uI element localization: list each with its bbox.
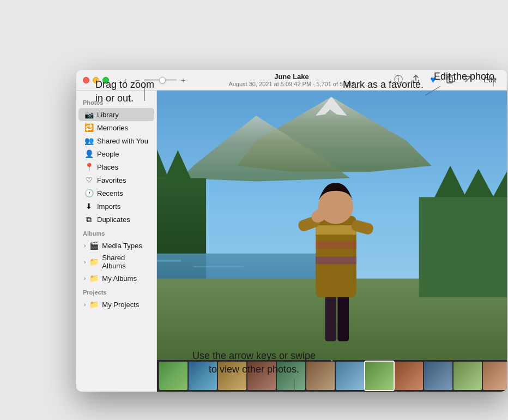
sidebar-label-my-albums: My Albums bbox=[102, 274, 137, 283]
svg-rect-16 bbox=[193, 266, 244, 267]
sidebar-item-my-albums[interactable]: › 📁 My Albums bbox=[78, 272, 154, 285]
sidebar-item-favorites[interactable]: ♡ Favorites bbox=[78, 173, 154, 187]
people-icon: 👤 bbox=[84, 149, 94, 159]
recents-icon: 🕐 bbox=[84, 188, 94, 198]
annotation-arrow-keys: Use the arrow keys or swipe to view othe… bbox=[167, 349, 341, 376]
photo-title: June Lake bbox=[228, 73, 354, 81]
sidebar-item-my-projects[interactable]: › 📁 My Projects bbox=[78, 298, 154, 311]
my-albums-icon: 📁 bbox=[89, 273, 99, 283]
svg-rect-25 bbox=[316, 225, 356, 235]
sidebar-item-library[interactable]: 📷 Library bbox=[78, 108, 154, 121]
annotation-drag-zoom: Drag to zoom in or out. bbox=[95, 78, 154, 105]
library-icon: 📷 bbox=[84, 110, 94, 119]
sidebar-label-favorites: Favorites bbox=[97, 176, 126, 184]
sidebar: Photos 📷 Library 🔁 Memories 👥 Shared wit… bbox=[76, 91, 157, 392]
sidebar-item-duplicates[interactable]: ⧉ Duplicates bbox=[78, 213, 154, 226]
zoom-slider-thumb[interactable] bbox=[159, 77, 166, 83]
sidebar-item-recents[interactable]: 🕐 Recents bbox=[78, 187, 154, 200]
svg-rect-21 bbox=[419, 197, 507, 297]
sidebar-item-people[interactable]: 👤 People bbox=[78, 147, 154, 160]
svg-rect-22 bbox=[325, 291, 336, 341]
chevron-my-projects-icon: › bbox=[84, 302, 86, 308]
svg-rect-15 bbox=[157, 260, 181, 261]
chevron-shared-albums-icon: › bbox=[84, 259, 86, 265]
filmstrip-thumb-9[interactable] bbox=[395, 362, 423, 390]
main-photo[interactable] bbox=[157, 91, 507, 360]
favorites-icon: ♡ bbox=[84, 175, 94, 185]
sidebar-label-duplicates: Duplicates bbox=[97, 215, 130, 224]
sidebar-label-shared: Shared with You bbox=[97, 137, 148, 145]
shared-albums-icon: 📁 bbox=[89, 257, 99, 267]
title-area: June Lake August 30, 2021 at 5:09:42 PM … bbox=[228, 73, 354, 87]
imports-icon: ⬇ bbox=[84, 201, 94, 211]
sidebar-label-library: Library bbox=[97, 111, 119, 119]
places-icon: 📍 bbox=[84, 162, 94, 172]
annotation-arrow-keys-text: Use the arrow keys or swipe to view othe… bbox=[192, 350, 316, 375]
sidebar-label-recents: Recents bbox=[97, 189, 123, 197]
svg-rect-28 bbox=[316, 272, 356, 280]
close-button[interactable] bbox=[83, 77, 89, 83]
filmstrip-thumb-12[interactable] bbox=[483, 362, 507, 390]
sidebar-label-my-projects: My Projects bbox=[102, 301, 139, 309]
annotation-edit-photo: Edit the photo. bbox=[434, 70, 497, 83]
filmstrip-thumb-11[interactable] bbox=[453, 362, 482, 390]
chevron-my-albums-icon: › bbox=[84, 275, 86, 281]
sidebar-label-imports: Imports bbox=[97, 202, 120, 211]
albums-section-label: Albums bbox=[76, 226, 156, 239]
sidebar-item-imports[interactable]: ⬇ Imports bbox=[78, 200, 154, 213]
sidebar-item-places[interactable]: 📍 Places bbox=[78, 160, 154, 173]
projects-section-label: Projects bbox=[76, 285, 156, 298]
shared-icon: 👥 bbox=[84, 136, 94, 146]
my-projects-icon: 📁 bbox=[89, 299, 99, 309]
zoom-plus-button[interactable]: + bbox=[179, 76, 188, 85]
filmstrip-thumb-8[interactable] bbox=[365, 362, 394, 390]
sidebar-item-shared-albums[interactable]: › 📁 Shared Albums bbox=[78, 252, 154, 272]
sidebar-item-memories[interactable]: 🔁 Memories bbox=[78, 121, 154, 134]
photo-area: ▼ bbox=[157, 91, 507, 392]
sidebar-label-shared-albums: Shared Albums bbox=[102, 254, 149, 270]
photos-window: ‹ − + June Lake August 30, 2021 at 5:09:… bbox=[76, 70, 507, 392]
sidebar-label-people: People bbox=[97, 150, 119, 158]
sidebar-label-places: Places bbox=[97, 163, 118, 171]
sidebar-label-media-types: Media Types bbox=[102, 242, 142, 250]
svg-rect-27 bbox=[316, 256, 356, 264]
media-types-icon: 🎬 bbox=[89, 241, 99, 250]
duplicates-icon: ⧉ bbox=[84, 214, 94, 224]
filmstrip-thumb-10[interactable] bbox=[424, 362, 452, 390]
annotation-mark-favorite: Mark as a favorite. bbox=[343, 78, 424, 92]
sidebar-item-shared-with-you[interactable]: 👥 Shared with You bbox=[78, 134, 154, 147]
svg-rect-26 bbox=[316, 241, 356, 249]
photo-subtitle: August 30, 2021 at 5:09:42 PM · 5,701 of… bbox=[228, 81, 354, 87]
memories-icon: 🔁 bbox=[84, 123, 94, 133]
svg-rect-23 bbox=[337, 291, 349, 341]
content-area: Photos 📷 Library 🔁 Memories 👥 Shared wit… bbox=[76, 91, 507, 392]
chevron-media-types-icon: › bbox=[84, 243, 86, 249]
sidebar-item-media-types[interactable]: › 🎬 Media Types bbox=[78, 239, 154, 252]
sidebar-label-memories: Memories bbox=[97, 124, 128, 132]
